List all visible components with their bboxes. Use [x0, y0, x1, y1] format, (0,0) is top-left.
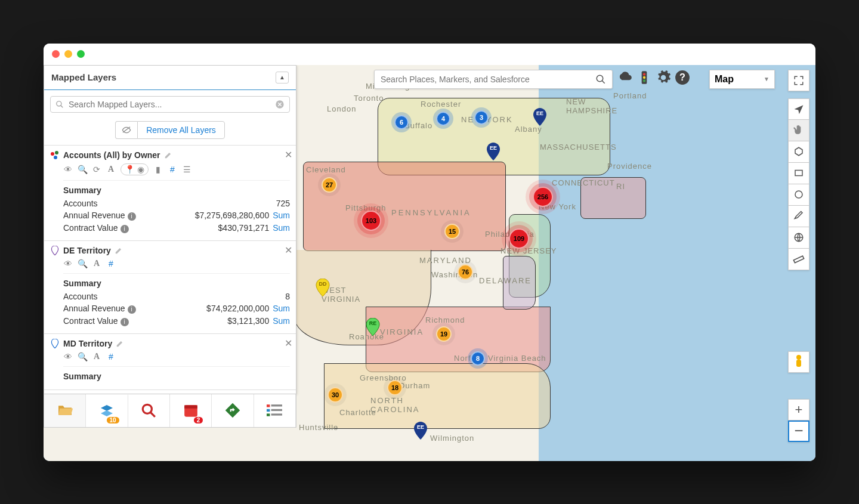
dock-routing-button[interactable]: [212, 394, 254, 427]
remove-layer-button[interactable]: ✕: [285, 149, 292, 160]
hash-icon[interactable]: #: [106, 352, 116, 361]
cluster-30[interactable]: 30: [327, 387, 343, 403]
map-search-input[interactable]: [381, 75, 591, 84]
pin-dd[interactable]: DD: [316, 279, 330, 296]
pin-ee-3[interactable]: EE: [413, 422, 428, 440]
svg-rect-32: [796, 360, 801, 367]
layer-de-territory: ✕ DE Territory 👁 🔍 A # Summary Accounts8: [44, 241, 296, 334]
window-close-icon[interactable]: [52, 50, 60, 58]
info-icon[interactable]: i: [128, 212, 136, 221]
row-label: Contract Value: [63, 316, 118, 326]
visibility-icon[interactable]: 👁: [63, 259, 73, 268]
draw-rectangle-button[interactable]: [788, 163, 809, 184]
label-icon[interactable]: A: [92, 352, 101, 361]
remove-layer-button[interactable]: ✕: [285, 338, 292, 349]
label-icon[interactable]: A: [106, 165, 116, 174]
pegman-button[interactable]: [788, 351, 809, 373]
zoom-in-button[interactable]: +: [788, 399, 809, 420]
pin-ee-2[interactable]: EE: [486, 143, 500, 160]
cluster-76[interactable]: 76: [458, 264, 473, 280]
dock-search-button[interactable]: [128, 394, 170, 427]
list-icon[interactable]: ☰: [182, 165, 191, 174]
legend-icon: [267, 404, 282, 416]
eye-slash-icon: [122, 126, 131, 134]
label-icon[interactable]: A: [92, 259, 101, 268]
aggregation-toggle[interactable]: Sum: [273, 211, 290, 220]
cluster-103[interactable]: 103: [361, 211, 381, 231]
cluster-109[interactable]: 109: [509, 228, 529, 249]
cluster-18[interactable]: 18: [387, 380, 403, 395]
cluster-8[interactable]: 8: [471, 351, 485, 366]
draw-line-button[interactable]: [788, 206, 809, 227]
marker-toggle[interactable]: 📍 ◉: [120, 163, 149, 175]
window-minimize-icon[interactable]: [64, 50, 72, 58]
fullscreen-button[interactable]: [788, 70, 809, 91]
remove-layer-button[interactable]: ✕: [285, 245, 292, 256]
info-icon[interactable]: i: [128, 305, 136, 314]
cluster-3[interactable]: 3: [474, 110, 489, 125]
svg-line-2: [61, 105, 63, 107]
summary-heading: Summary: [63, 180, 290, 195]
cluster-6[interactable]: 6: [394, 115, 409, 129]
cluster-19[interactable]: 19: [436, 326, 452, 342]
cluster-27[interactable]: 27: [322, 177, 337, 193]
aggregation-toggle[interactable]: Sum: [273, 223, 290, 233]
panel-title: Mapped Layers: [51, 72, 116, 82]
draw-circle-button[interactable]: [788, 184, 809, 206]
dock-legend-button[interactable]: [254, 394, 296, 427]
app-window: Toronto Mississauga London Rochester Buf…: [44, 44, 815, 461]
clear-search-icon[interactable]: [275, 100, 285, 109]
cluster-256[interactable]: 256: [533, 187, 553, 207]
info-icon[interactable]: i: [120, 225, 129, 233]
aggregation-toggle[interactable]: Sum: [273, 316, 290, 326]
layer-search-box[interactable]: [50, 96, 290, 113]
info-icon[interactable]: i: [120, 318, 129, 326]
locate-me-button[interactable]: [788, 98, 809, 120]
ruler-button[interactable]: [788, 249, 809, 270]
help-icon[interactable]: ?: [675, 70, 690, 85]
dock-layers-button[interactable]: 10: [86, 394, 128, 427]
edit-icon[interactable]: [115, 246, 123, 255]
hide-all-layers-button[interactable]: [115, 121, 137, 139]
search-icon: [141, 403, 156, 418]
zoom-out-button[interactable]: −: [788, 420, 809, 442]
map-search-box[interactable]: [374, 70, 613, 89]
cluster-15[interactable]: 15: [444, 224, 460, 239]
pan-tool-button[interactable]: [788, 120, 809, 141]
traffic-icon[interactable]: [636, 70, 652, 85]
visibility-icon[interactable]: 👁: [63, 352, 73, 361]
edit-icon[interactable]: [164, 151, 172, 159]
remove-all-layers-button[interactable]: Remove All Layers: [137, 121, 225, 139]
window-zoom-icon[interactable]: [77, 50, 85, 58]
map-type-selector[interactable]: Map ▼: [709, 70, 775, 89]
weather-icon[interactable]: [617, 70, 633, 85]
globe-button[interactable]: [788, 227, 809, 249]
cluster-4[interactable]: 4: [436, 112, 450, 126]
dock-folder-button[interactable]: [44, 394, 86, 427]
map-area[interactable]: Toronto Mississauga London Rochester Buf…: [44, 65, 815, 461]
svg-rect-30: [793, 256, 804, 263]
zoom-extent-icon[interactable]: 🔍: [78, 352, 87, 361]
edit-icon[interactable]: [116, 339, 124, 348]
hash-icon[interactable]: #: [168, 165, 177, 174]
zoom-extent-icon[interactable]: 🔍: [78, 259, 87, 268]
label-london: London: [327, 104, 356, 113]
pin-ee-1[interactable]: EE: [533, 108, 547, 126]
gear-icon[interactable]: [656, 70, 671, 85]
heatmap-icon[interactable]: ▮: [153, 165, 163, 174]
refresh-icon[interactable]: ⟳: [92, 165, 101, 174]
label-ri: RI: [616, 182, 625, 191]
draw-polygon-button[interactable]: [788, 141, 809, 163]
visibility-icon[interactable]: 👁: [63, 165, 73, 174]
collapse-panel-button[interactable]: ▲: [276, 72, 289, 84]
aggregation-toggle[interactable]: Sum: [273, 304, 290, 313]
hash-icon[interactable]: #: [106, 259, 116, 268]
dock-calendar-button[interactable]: 2: [170, 394, 212, 427]
zoom-extent-icon[interactable]: 🔍: [78, 165, 87, 174]
svg-rect-11: [184, 405, 197, 408]
search-icon[interactable]: [595, 74, 606, 85]
layer-search-input[interactable]: [69, 100, 270, 109]
label-rochester: Rochester: [421, 100, 461, 109]
pin-re[interactable]: RE: [366, 318, 380, 336]
svg-point-5: [51, 152, 54, 156]
